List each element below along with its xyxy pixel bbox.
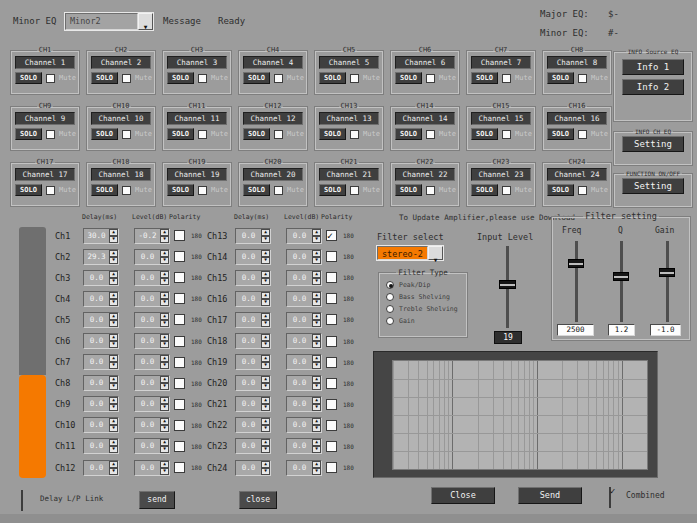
- solo-button[interactable]: SOLO: [15, 72, 42, 84]
- chevron-down-icon[interactable]: [428, 246, 443, 260]
- spin-up-icon[interactable]: [160, 250, 169, 257]
- delay-value[interactable]: 0.0: [84, 439, 109, 453]
- delay-spinner[interactable]: 0.0: [235, 228, 271, 244]
- level-spinner[interactable]: 0.0: [134, 312, 170, 328]
- spin-down-icon[interactable]: [160, 383, 169, 390]
- spin-down-icon[interactable]: [261, 257, 270, 264]
- delay-spinner[interactable]: 0.0: [235, 333, 271, 349]
- delay-value[interactable]: 0.0: [236, 418, 261, 432]
- spin-down-icon[interactable]: [312, 236, 321, 243]
- level-value[interactable]: 0.0: [287, 229, 312, 243]
- spin-down-icon[interactable]: [160, 236, 169, 243]
- mute-checkbox[interactable]: [274, 186, 283, 195]
- polarity-checkbox[interactable]: [174, 420, 185, 431]
- level-spinner[interactable]: 0.0: [134, 249, 170, 265]
- delay-spinner[interactable]: 0.0: [83, 270, 119, 286]
- spin-down-icon[interactable]: [312, 383, 321, 390]
- spin-up-icon[interactable]: [261, 418, 270, 425]
- spin-down-icon[interactable]: [261, 425, 270, 432]
- delay-spinner[interactable]: 0.0: [83, 417, 119, 433]
- polarity-checkbox[interactable]: [326, 272, 337, 283]
- spin-up-icon[interactable]: [160, 355, 169, 362]
- spin-down-icon[interactable]: [312, 446, 321, 453]
- spin-down-icon[interactable]: [160, 446, 169, 453]
- delay-spinner[interactable]: 0.0: [235, 270, 271, 286]
- spin-up-icon[interactable]: [160, 229, 169, 236]
- spin-down-icon[interactable]: [261, 468, 270, 475]
- level-value[interactable]: 0.0: [135, 397, 160, 411]
- spin-down-icon[interactable]: [160, 320, 169, 327]
- spin-up-icon[interactable]: [261, 376, 270, 383]
- spin-up-icon[interactable]: [312, 292, 321, 299]
- info2-button[interactable]: Info 2: [622, 79, 684, 95]
- delay-spinner[interactable]: 0.0: [83, 312, 119, 328]
- delay-value[interactable]: 0.0: [84, 292, 109, 306]
- level-spinner[interactable]: 0.0: [134, 438, 170, 454]
- polarity-checkbox[interactable]: [174, 357, 185, 368]
- polarity-checkbox[interactable]: [174, 441, 185, 452]
- solo-button[interactable]: SOLO: [471, 128, 498, 140]
- level-value[interactable]: 0.0: [135, 271, 160, 285]
- spin-down-icon[interactable]: [160, 425, 169, 432]
- spin-up-icon[interactable]: [312, 229, 321, 236]
- spin-down-icon[interactable]: [261, 446, 270, 453]
- spin-down-icon[interactable]: [109, 341, 118, 348]
- delay-value[interactable]: 0.0: [236, 397, 261, 411]
- spin-up-icon[interactable]: [160, 313, 169, 320]
- solo-button[interactable]: SOLO: [91, 72, 118, 84]
- level-spinner[interactable]: 0.0: [286, 396, 322, 412]
- mute-checkbox[interactable]: [46, 74, 55, 83]
- delay-spinner[interactable]: 29.3: [83, 249, 119, 265]
- delay-value[interactable]: 0.0: [84, 355, 109, 369]
- solo-button[interactable]: SOLO: [243, 72, 270, 84]
- spin-down-icon[interactable]: [160, 341, 169, 348]
- delay-spinner[interactable]: 0.0: [235, 312, 271, 328]
- delay-spinner[interactable]: 0.0: [235, 396, 271, 412]
- spin-down-icon[interactable]: [109, 236, 118, 243]
- spin-up-icon[interactable]: [312, 397, 321, 404]
- spin-down-icon[interactable]: [160, 299, 169, 306]
- spin-up-icon[interactable]: [261, 439, 270, 446]
- spin-up-icon[interactable]: [312, 355, 321, 362]
- spin-up-icon[interactable]: [109, 229, 118, 236]
- level-value[interactable]: 0.0: [135, 250, 160, 264]
- delay-link-checkbox[interactable]: [21, 490, 23, 511]
- delay-value[interactable]: 0.0: [236, 439, 261, 453]
- spin-down-icon[interactable]: [261, 362, 270, 369]
- mute-checkbox[interactable]: [502, 186, 511, 195]
- spin-down-icon[interactable]: [109, 383, 118, 390]
- polarity-checkbox[interactable]: [174, 251, 185, 262]
- delay-spinner[interactable]: 0.0: [235, 460, 271, 476]
- polarity-checkbox[interactable]: [174, 293, 185, 304]
- spin-down-icon[interactable]: [109, 257, 118, 264]
- mute-checkbox[interactable]: [502, 130, 511, 139]
- input-level-slider-thumb[interactable]: [499, 280, 516, 289]
- q-slider-thumb[interactable]: [613, 272, 629, 281]
- spin-up-icon[interactable]: [160, 461, 169, 468]
- filter-type-option[interactable]: Treble Shelving: [386, 305, 467, 313]
- gain-slider-thumb[interactable]: [659, 268, 675, 277]
- spin-up-icon[interactable]: [109, 313, 118, 320]
- spin-up-icon[interactable]: [261, 271, 270, 278]
- spin-up-icon[interactable]: [160, 439, 169, 446]
- mute-checkbox[interactable]: [578, 130, 587, 139]
- send-button[interactable]: Send: [518, 487, 582, 504]
- solo-button[interactable]: SOLO: [395, 184, 422, 196]
- level-spinner[interactable]: 0.0: [134, 291, 170, 307]
- level-spinner[interactable]: 0.0: [286, 417, 322, 433]
- polarity-checkbox[interactable]: [174, 272, 185, 283]
- level-spinner[interactable]: 0.0: [286, 312, 322, 328]
- level-value[interactable]: -0.2: [135, 229, 160, 243]
- spin-up-icon[interactable]: [261, 397, 270, 404]
- delay-spinner[interactable]: 30.0: [83, 228, 119, 244]
- spin-down-icon[interactable]: [109, 404, 118, 411]
- level-value[interactable]: 0.0: [287, 250, 312, 264]
- mute-checkbox[interactable]: [502, 74, 511, 83]
- solo-button[interactable]: SOLO: [319, 72, 346, 84]
- spin-up-icon[interactable]: [261, 313, 270, 320]
- spin-up-icon[interactable]: [160, 397, 169, 404]
- delay-value[interactable]: 30.0: [84, 229, 109, 243]
- polarity-checkbox[interactable]: [326, 230, 337, 241]
- spin-down-icon[interactable]: [312, 278, 321, 285]
- spin-up-icon[interactable]: [261, 250, 270, 257]
